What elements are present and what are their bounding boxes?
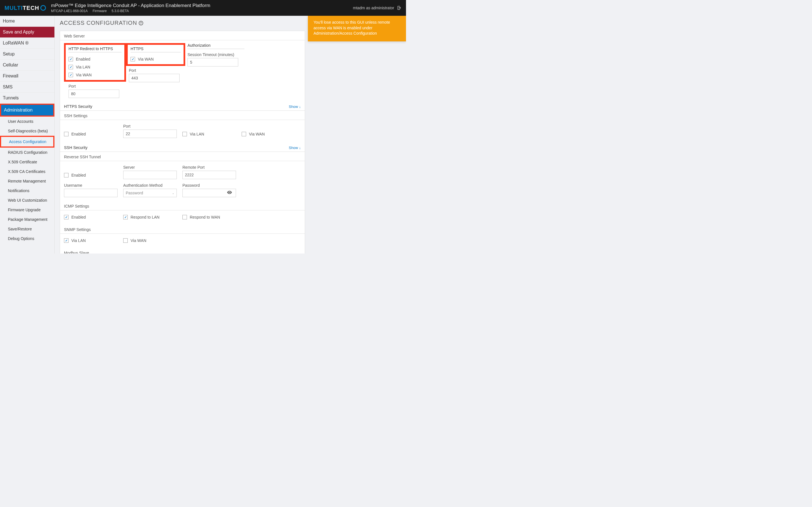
header-subline: MTCAP-L4E1-868-001A Firmware 5.3.0-BETA	[51, 9, 210, 13]
highlight-https: HTTPS Via WAN	[126, 43, 185, 66]
highlight-access-config: Access Configuration	[0, 136, 54, 148]
sidebar-item-sms[interactable]: SMS	[0, 82, 54, 93]
checkbox-snmp-via-lan[interactable]	[64, 238, 68, 243]
checkbox-ssh-via-lan[interactable]	[183, 132, 187, 136]
checkbox-http-enabled[interactable]	[68, 57, 73, 61]
label-rssh-auth-method: Authentication Method	[123, 182, 183, 187]
ssh-security-label: SSH Security	[64, 145, 87, 150]
logout-icon[interactable]	[397, 6, 402, 10]
label-rssh-username: Username	[64, 182, 123, 187]
section-snmp: SNMP Settings	[60, 224, 305, 234]
sidebar-subitem-pkg-mgmt[interactable]: Package Management	[0, 215, 54, 224]
label-icmp-enabled: Enabled	[71, 215, 86, 219]
sidebar-item-setup[interactable]: Setup	[0, 49, 54, 60]
sidebar-item-tunnels[interactable]: Tunnels	[0, 93, 54, 104]
warning-notification: You'll lose access to this GUI unless re…	[308, 16, 406, 41]
header-titles: mPower™ Edge Intelligence Conduit AP - A…	[51, 3, 210, 13]
sidebar-subitem-x509-ca[interactable]: X.509 CA Certificates	[0, 167, 54, 176]
https-security-label: HTTPS Security	[64, 104, 92, 109]
user-text: mtadm as administrator	[353, 6, 394, 10]
checkbox-icmp-respond-wan[interactable]	[183, 215, 187, 219]
sidebar-item-home[interactable]: Home	[0, 16, 54, 27]
label-rssh-password: Password	[183, 182, 239, 187]
sidebar-item-lorawan[interactable]: LoRaWAN ®	[0, 38, 54, 49]
sidebar-subitem-x509-cert[interactable]: X.509 Certificate	[0, 157, 54, 167]
label-https-via-wan: Via WAN	[138, 57, 154, 61]
logo[interactable]: MULTITECH	[4, 5, 46, 11]
checkbox-icmp-enabled[interactable]	[64, 215, 68, 219]
label-http-via-lan: Via LAN	[76, 65, 90, 69]
subsection-https: HTTPS	[131, 47, 181, 52]
sidebar-subitem-webui[interactable]: Web UI Customization	[0, 195, 54, 205]
page-title-text: ACCESS CONFIGURATION	[60, 20, 137, 26]
sidebar-subitem-debug[interactable]: Debug Options	[0, 234, 54, 243]
input-ssh-port[interactable]	[123, 129, 177, 138]
input-session-timeout[interactable]	[188, 58, 238, 66]
section-icmp: ICMP Settings	[60, 200, 305, 210]
sidebar-subitem-self-diag[interactable]: Self-Diagnostics (beta)	[0, 126, 54, 136]
input-http-port[interactable]	[68, 90, 119, 98]
input-https-port[interactable]	[129, 74, 180, 82]
header-left: MULTITECH mPower™ Edge Intelligence Cond…	[4, 3, 210, 13]
checkbox-http-via-lan[interactable]	[68, 65, 73, 69]
sidebar-subitem-notifications[interactable]: Notifications	[0, 186, 54, 195]
subsection-authorization: Authorization	[188, 43, 245, 49]
main-content: You'll lose access to this GUI unless re…	[55, 16, 406, 253]
top-header: MULTITECH mPower™ Edge Intelligence Cond…	[0, 0, 406, 16]
checkbox-ssh-enabled[interactable]	[64, 132, 68, 136]
label-icmp-respond-wan: Respond to WAN	[190, 215, 220, 219]
highlight-http-redirect: HTTP Redirect to HTTPS Enabled Via LAN V…	[64, 43, 126, 82]
section-reverse-ssh: Reverse SSH Tunnel	[60, 152, 305, 161]
sidebar-subitem-fw-upgrade[interactable]: Firmware Upgrade	[0, 205, 54, 215]
label-https-port: Port	[129, 67, 185, 73]
eye-icon[interactable]	[227, 190, 232, 195]
checkbox-https-via-wan[interactable]	[131, 57, 135, 61]
firmware-version: 5.3.0-BETA	[112, 9, 129, 13]
sidebar-item-cellular[interactable]: Cellular	[0, 60, 54, 71]
checkbox-ssh-via-wan[interactable]	[242, 132, 246, 136]
sidebar-subitem-remote-mgmt[interactable]: Remote Management	[0, 176, 54, 186]
select-rssh-auth-method[interactable]: Password⌄	[123, 189, 177, 197]
sidebar-item-save-apply[interactable]: Save and Apply	[0, 27, 54, 38]
checkbox-snmp-via-wan[interactable]	[123, 238, 128, 243]
label-rssh-enabled: Enabled	[71, 173, 86, 177]
highlight-administration: Administration	[0, 104, 54, 117]
checkbox-rssh-enabled[interactable]	[64, 173, 68, 177]
section-modbus: Modbus Slave	[60, 248, 305, 253]
section-ssh-settings: SSH Settings	[60, 111, 305, 120]
sidebar-subitem-access-config[interactable]: Access Configuration	[1, 137, 53, 147]
section-https-security: HTTPS Security Show ↓	[60, 101, 305, 111]
label-snmp-via-wan: Via WAN	[131, 238, 146, 243]
label-ssh-port: Port	[123, 123, 183, 128]
input-rssh-username[interactable]	[64, 189, 117, 197]
logo-circle-icon	[40, 5, 46, 11]
checkbox-http-via-wan[interactable]	[68, 73, 73, 77]
label-rssh-server: Server	[123, 164, 183, 170]
sidebar: Home Save and Apply LoRaWAN ® Setup Cell…	[0, 16, 55, 253]
sidebar-subitem-radius[interactable]: RADIUS Configuration	[0, 148, 54, 157]
help-icon[interactable]: ?	[139, 21, 143, 25]
input-rssh-remote-port[interactable]	[183, 171, 236, 179]
section-ssh-security: SSH Security Show ↓	[60, 142, 305, 152]
label-http-port: Port	[68, 83, 121, 89]
label-http-enabled: Enabled	[76, 57, 90, 61]
sidebar-item-administration[interactable]: Administration	[1, 105, 53, 115]
model-number: MTCAP-L4E1-868-001A	[51, 9, 88, 13]
select-rssh-auth-value: Password	[126, 191, 143, 195]
sidebar-item-firewall[interactable]: Firewall	[0, 71, 54, 82]
chevron-down-icon: ⌄	[172, 191, 174, 194]
header-right: mtadm as administrator	[353, 6, 402, 10]
label-snmp-via-lan: Via LAN	[71, 238, 86, 243]
show-link-ssh-security[interactable]: Show ↓	[289, 146, 301, 150]
show-link-https-security[interactable]: Show ↓	[289, 105, 301, 109]
label-rssh-remote-port: Remote Port	[183, 164, 242, 170]
label-ssh-enabled: Enabled	[71, 132, 86, 136]
access-config-panel: Web Server HTTP Redirect to HTTPS Enable…	[60, 31, 305, 253]
checkbox-icmp-respond-lan[interactable]	[123, 215, 128, 219]
label-ssh-via-wan: Via WAN	[249, 132, 265, 136]
sidebar-subitem-user-accounts[interactable]: User Accounts	[0, 117, 54, 126]
sidebar-subitem-save-restore[interactable]: Save/Restore	[0, 224, 54, 234]
input-rssh-server[interactable]	[123, 171, 177, 179]
firmware-label: Firmware	[93, 9, 107, 13]
label-session-timeout: Session Timeout (minutes)	[188, 52, 245, 57]
